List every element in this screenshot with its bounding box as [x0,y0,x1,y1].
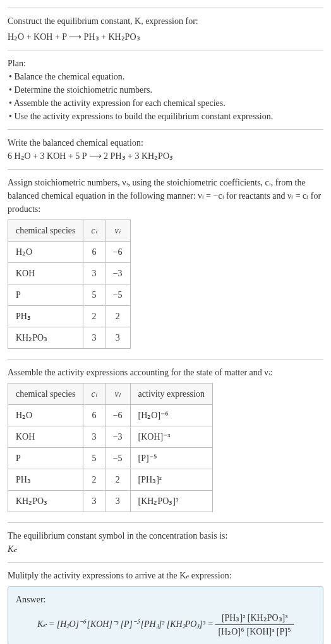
activity-section: Assemble the activity expressions accoun… [8,359,323,522]
cell-c: 2 [83,306,105,327]
cell-c: 5 [83,284,105,306]
table-row: H₂O 6 −6 [8,242,131,263]
cell-species: PH₃ [8,306,83,327]
table-header-row: chemical species cᵢ νᵢ [8,220,131,242]
col-ci: cᵢ [83,220,105,242]
cell-v: 2 [105,306,130,327]
intro-section: Construct the equilibrium constant, K, e… [8,8,323,50]
cell-c: 2 [83,469,105,491]
table-row: P 5 −5 [P]⁻⁵ [8,448,213,469]
cell-c: 5 [83,448,105,469]
intro-line: Construct the equilibrium constant, K, e… [8,15,323,28]
cell-c: 3 [83,263,105,284]
table-row: PH₃ 2 2 [PH₃]² [8,469,213,491]
symbol-line: The equilibrium constant symbol in the c… [8,529,323,542]
col-vi: νᵢ [105,383,130,405]
cell-v: 3 [105,491,130,512]
cell-v: −5 [105,448,130,469]
table-row: PH₃ 2 2 [8,306,131,327]
col-ci: cᵢ [83,383,105,405]
cell-species: P [8,448,83,469]
stoich-intro: Assign stoichiometric numbers, νᵢ, using… [8,176,323,216]
balanced-section: Write the balanced chemical equation: 6 … [8,129,323,169]
plan-bullet-4: • Use the activity expressions to build … [9,110,323,123]
cell-species: H₂O [8,405,83,426]
cell-species: PH₃ [8,469,83,491]
fraction-denominator: [H₂O]⁶ [KOH]³ [P]⁵ [215,625,294,638]
answer-box: Answer: K𝒸 = [H₂O]⁻⁶ [KOH]⁻³ [P]⁻⁵ [PH₃]… [8,586,323,644]
cell-c: 6 [83,405,105,426]
cell-v: −3 [105,263,130,284]
cell-v: −5 [105,284,130,306]
table-header-row: chemical species cᵢ νᵢ activity expressi… [8,383,213,405]
col-expr: activity expression [130,383,212,405]
fraction-numerator: [PH₃]² [KH₂PO₃]³ [215,611,294,625]
col-vi: νᵢ [105,220,130,242]
cell-c: 3 [83,491,105,512]
multiply-section: Mulitply the activity expressions to arr… [8,562,323,644]
table-row: KOH 3 −3 [KOH]⁻³ [8,426,213,448]
answer-lhs: K𝒸 = [H₂O]⁻⁶ [KOH]⁻³ [P]⁻⁵ [PH₃]² [KH₂PO… [37,619,215,629]
cell-c: 6 [83,242,105,263]
cell-expr: [KOH]⁻³ [130,426,212,448]
cell-c: 3 [83,426,105,448]
symbol-section: The equilibrium constant symbol in the c… [8,522,323,562]
col-species: chemical species [8,383,83,405]
stoich-table: chemical species cᵢ νᵢ H₂O 6 −6 KOH 3 −3… [8,220,131,349]
plan-section: Plan: • Balance the chemical equation. •… [8,50,323,129]
table-row: H₂O 6 −6 [H₂O]⁻⁶ [8,405,213,426]
plan-title: Plan: [8,57,323,70]
cell-species: P [8,284,83,306]
table-row: KH₂PO₃ 3 3 [8,327,131,349]
cell-expr: [PH₃]² [130,469,212,491]
table-row: KH₂PO₃ 3 3 [KH₂PO₃]³ [8,491,213,512]
activity-intro: Assemble the activity expressions accoun… [8,366,323,379]
cell-species: KOH [8,426,83,448]
cell-v: 3 [105,327,130,349]
activity-table: chemical species cᵢ νᵢ activity expressi… [8,383,213,512]
cell-v: −6 [105,242,130,263]
plan-bullet-3: • Assemble the activity expression for e… [9,97,323,110]
cell-c: 3 [83,327,105,349]
cell-v: 2 [105,469,130,491]
plan-bullet-1: • Balance the chemical equation. [9,70,323,83]
cell-expr: [P]⁻⁵ [130,448,212,469]
intro-text: Construct the equilibrium constant, K, e… [8,16,198,26]
answer-fraction: [PH₃]² [KH₂PO₃]³ [H₂O]⁶ [KOH]³ [P]⁵ [215,611,294,638]
multiply-line: Mulitply the activity expressions to arr… [8,569,323,582]
table-row: KOH 3 −3 [8,263,131,284]
answer-label: Answer: [16,593,315,606]
cell-v: −6 [105,405,130,426]
cell-expr: [H₂O]⁻⁶ [130,405,212,426]
table-row: P 5 −5 [8,284,131,306]
cell-species: KH₂PO₃ [8,327,83,349]
cell-v: −3 [105,426,130,448]
stoich-section: Assign stoichiometric numbers, νᵢ, using… [8,169,323,359]
answer-expression: K𝒸 = [H₂O]⁻⁶ [KOH]⁻³ [P]⁻⁵ [PH₃]² [KH₂PO… [16,611,315,638]
cell-species: H₂O [8,242,83,263]
col-species: chemical species [8,220,83,242]
cell-expr: [KH₂PO₃]³ [130,491,212,512]
kc-symbol: K𝒸 [8,542,323,556]
plan-bullet-2: • Determine the stoichiometric numbers. [9,83,323,97]
balanced-title: Write the balanced chemical equation: [8,136,323,149]
cell-species: KOH [8,263,83,284]
intro-equation: H₂O + KOH + P ⟶ PH₃ + KH₂PO₃ [8,30,323,44]
balanced-equation: 6 H₂O + 3 KOH + 5 P ⟶ 2 PH₃ + 3 KH₂PO₃ [8,149,323,163]
cell-species: KH₂PO₃ [8,491,83,512]
